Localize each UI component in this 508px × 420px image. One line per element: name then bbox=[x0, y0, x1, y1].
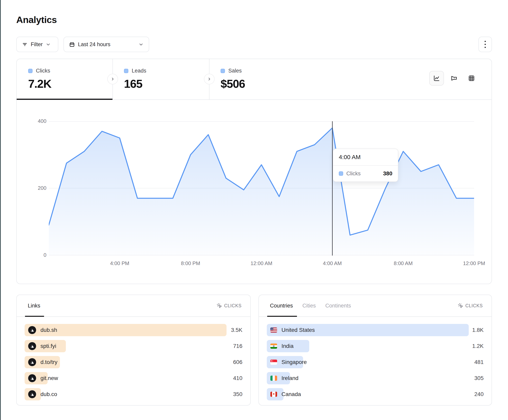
country-row[interactable]: Ireland305 bbox=[267, 372, 484, 384]
stat-label: Leads bbox=[132, 68, 146, 74]
kebab-icon bbox=[485, 41, 486, 48]
tab-countries[interactable]: Countries bbox=[270, 303, 293, 309]
link-row[interactable]: d.to/try606 bbox=[25, 356, 242, 368]
metric-label: CLICKS bbox=[224, 303, 242, 308]
funnel-view-button[interactable] bbox=[447, 71, 461, 86]
stat-value: 165 bbox=[124, 77, 209, 90]
row-label: git.new bbox=[40, 375, 58, 381]
country-row[interactable]: India1.2K bbox=[267, 340, 484, 352]
filter-button-label: Filter bbox=[31, 41, 43, 48]
row-label: spti.fyi bbox=[40, 343, 56, 349]
active-tab-underline bbox=[267, 316, 297, 317]
tab-links[interactable]: Links bbox=[28, 303, 40, 309]
dub-logo-icon bbox=[28, 374, 36, 382]
country-row[interactable]: United States1.8K bbox=[267, 324, 484, 336]
table-view-button[interactable] bbox=[464, 71, 479, 86]
row-value: 481 bbox=[474, 356, 484, 368]
more-options-button[interactable] bbox=[478, 37, 492, 52]
links-list: dub.sh3.5Kspti.fyi716d.to/try606git.new4… bbox=[17, 317, 250, 400]
tooltip-series: Clicks bbox=[346, 171, 361, 177]
row-label: United States bbox=[282, 327, 315, 333]
funnel-icon bbox=[450, 75, 458, 82]
x-axis-tick: 4:00 AM bbox=[315, 260, 349, 267]
line-chart-icon bbox=[433, 75, 440, 82]
cursor-click-icon bbox=[458, 303, 463, 308]
chevron-down-icon bbox=[138, 42, 144, 47]
tab-leads[interactable]: Leads 165 bbox=[112, 59, 209, 100]
left-edge-accent bbox=[0, 0, 1, 420]
row-value: 305 bbox=[474, 372, 484, 384]
countries-list: United States1.8KIndia1.2KSingapore481Ir… bbox=[259, 317, 492, 400]
dub-logo-icon bbox=[28, 390, 36, 398]
stat-value: $506 bbox=[221, 77, 308, 90]
x-axis-tick: 12:00 AM bbox=[245, 260, 278, 267]
filter-icon bbox=[22, 41, 28, 47]
stat-label: Sales bbox=[228, 68, 242, 74]
row-value: 606 bbox=[233, 356, 242, 368]
tab-continents[interactable]: Continents bbox=[325, 303, 351, 309]
page-title: Analytics bbox=[16, 14, 57, 25]
stat-label: Clicks bbox=[36, 68, 50, 74]
chart-type-switcher bbox=[429, 71, 479, 86]
x-axis-tick: 12:00 PM bbox=[457, 260, 491, 267]
calendar-icon bbox=[69, 41, 75, 47]
row-value: 3.5K bbox=[231, 324, 242, 336]
us-flag-icon bbox=[270, 327, 277, 333]
area-fill bbox=[49, 128, 474, 255]
row-value: 410 bbox=[233, 372, 242, 384]
filter-button[interactable]: Filter bbox=[16, 37, 58, 52]
sg-flag-icon bbox=[270, 360, 277, 365]
chevron-down-icon bbox=[46, 42, 51, 47]
country-row[interactable]: Singapore481 bbox=[267, 356, 484, 368]
row-label: India bbox=[282, 343, 294, 349]
row-value: 350 bbox=[233, 388, 242, 400]
expand-leads-button[interactable] bbox=[107, 74, 118, 84]
link-row[interactable]: dub.sh3.5K bbox=[25, 324, 242, 336]
stats-tabs-row: Clicks 7.2K Leads 165 Sales $506 bbox=[17, 59, 492, 100]
tab-cities[interactable]: Cities bbox=[302, 303, 316, 309]
geo-panel-header: Countries Cities Continents CLICKS bbox=[259, 295, 492, 317]
y-axis-tick: 200 bbox=[25, 185, 46, 191]
active-tab-underline bbox=[17, 99, 112, 100]
row-value: 716 bbox=[233, 340, 242, 352]
tooltip-time: 4:00 AM bbox=[333, 149, 398, 165]
tab-clicks[interactable]: Clicks 7.2K bbox=[17, 59, 112, 100]
x-axis-tick: 8:00 PM bbox=[174, 260, 208, 267]
metric-label: CLICKS bbox=[465, 303, 483, 308]
dub-logo-icon bbox=[28, 326, 36, 334]
row-label: dub.co bbox=[40, 391, 57, 398]
row-value: 1.2K bbox=[472, 340, 484, 352]
link-row[interactable]: spti.fyi716 bbox=[25, 340, 242, 352]
row-label: Canada bbox=[282, 391, 301, 398]
y-axis-tick: 0 bbox=[25, 252, 46, 258]
clicks-swatch-icon bbox=[339, 171, 343, 176]
chart-tooltip: 4:00 AM Clicks 380 bbox=[333, 149, 398, 182]
clicks-swatch-icon bbox=[28, 69, 32, 73]
line-chart-view-button[interactable] bbox=[429, 71, 444, 86]
y-axis-tick: 400 bbox=[25, 118, 46, 124]
ca-flag-icon bbox=[270, 392, 277, 397]
dub-logo-icon bbox=[28, 342, 36, 350]
row-label: d.to/try bbox=[40, 359, 58, 365]
dub-logo-icon bbox=[28, 358, 36, 366]
x-axis-tick: 8:00 AM bbox=[386, 260, 420, 267]
stat-value: 7.2K bbox=[28, 77, 112, 90]
active-tab-underline bbox=[25, 316, 44, 317]
clicks-metric-header[interactable]: CLICKS bbox=[217, 303, 242, 308]
date-range-button[interactable]: Last 24 hours bbox=[63, 37, 149, 52]
expand-sales-button[interactable] bbox=[204, 74, 215, 84]
links-panel: Links CLICKS dub.sh3.5Kspti.fyi716d.to/t… bbox=[16, 295, 251, 406]
link-row[interactable]: git.new410 bbox=[25, 372, 242, 384]
analytics-card: Clicks 7.2K Leads 165 Sales $506 bbox=[16, 59, 492, 284]
country-row[interactable]: Canada240 bbox=[267, 388, 484, 400]
cursor-click-icon bbox=[217, 303, 222, 308]
row-label: Ireland bbox=[282, 375, 299, 381]
clicks-metric-header[interactable]: CLICKS bbox=[458, 303, 483, 308]
row-value: 240 bbox=[474, 388, 484, 400]
leads-swatch-icon bbox=[124, 69, 128, 73]
ie-flag-icon bbox=[270, 376, 277, 381]
link-row[interactable]: dub.co350 bbox=[25, 388, 242, 400]
tab-sales[interactable]: Sales $506 bbox=[209, 59, 308, 100]
date-range-label: Last 24 hours bbox=[78, 41, 111, 48]
row-label: dub.sh bbox=[40, 327, 57, 333]
